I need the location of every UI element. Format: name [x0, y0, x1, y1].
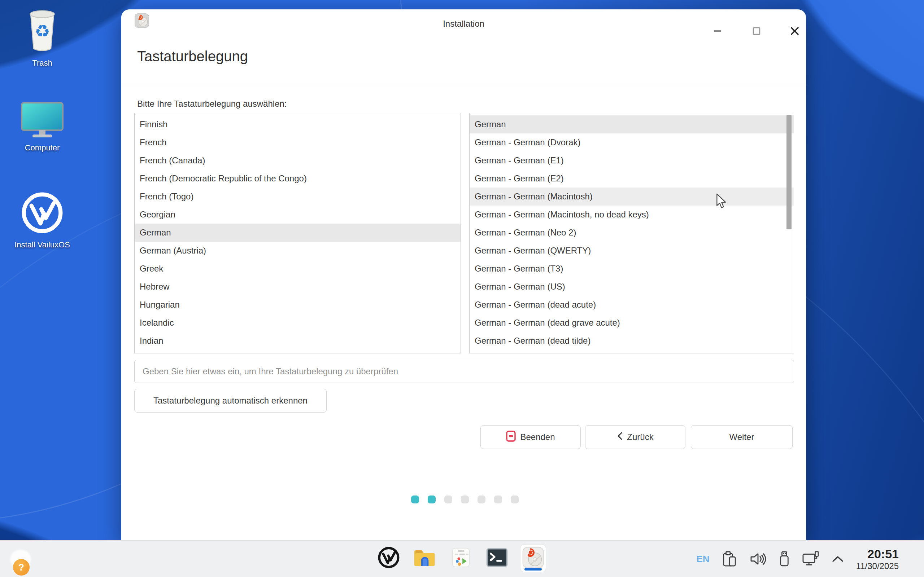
quit-button[interactable]: Beenden — [480, 425, 581, 449]
keyboard-layout-indicator[interactable]: EN — [696, 554, 709, 565]
back-button-label: Zurück — [627, 432, 653, 442]
language-list[interactable]: FinnishFrenchFrench (Canada)French (Demo… — [134, 113, 461, 353]
progress-dot — [411, 495, 419, 503]
installer-window: Installation Tastaturbelegung Bitte Ihre… — [121, 10, 806, 540]
desktop-icon-label: Install VailuxOS — [6, 240, 78, 250]
desktop-icon-label: Trash — [6, 58, 78, 68]
scrollbar-thumb[interactable] — [787, 115, 792, 229]
page-title: Tastaturbelegung — [137, 48, 248, 64]
quit-icon — [506, 430, 516, 444]
progress-dot — [494, 495, 502, 503]
desktop-icon-label: Computer — [6, 143, 78, 153]
desktop-icon-trash[interactable]: ♻ Trash — [6, 7, 78, 68]
next-button-label: Weiter — [729, 432, 754, 442]
taskbar: EN — [0, 540, 924, 577]
vailuxos-menu-icon — [377, 546, 400, 571]
next-button[interactable]: Weiter — [691, 425, 793, 449]
progress-dot — [461, 495, 469, 503]
variant-list-item[interactable]: German - German (E2) — [470, 169, 794, 187]
language-list-item[interactable]: Indian — [135, 332, 460, 350]
software-center-icon — [450, 547, 472, 570]
language-list-item[interactable]: French — [135, 134, 460, 152]
quit-button-label: Beenden — [520, 432, 555, 442]
variant-list-item[interactable]: German - German (Macintosh) — [470, 187, 794, 206]
window-titlebar[interactable]: Installation — [121, 10, 806, 43]
progress-dot — [478, 495, 485, 503]
progress-dot — [444, 495, 452, 503]
language-list-item[interactable]: French (Togo) — [135, 187, 460, 206]
language-list-item[interactable]: Icelandic — [135, 314, 460, 332]
taskbar-files-button[interactable] — [412, 544, 438, 572]
variant-list-item[interactable]: German - German (dead acute) — [470, 296, 794, 314]
variant-list-item[interactable]: German — [470, 115, 794, 134]
maximize-button[interactable] — [749, 23, 764, 39]
desktop: ♻ Trash Computer Install Vailux — [0, 0, 924, 577]
keyboard-test-input[interactable] — [134, 360, 794, 383]
window-title: Installation — [121, 19, 806, 29]
variant-list-item[interactable]: German - German (QWERTY) — [470, 242, 794, 259]
variant-list-item[interactable]: German - German (Dvorak) — [470, 134, 794, 152]
variant-list-item[interactable]: German - German (dead tilde) — [470, 332, 794, 350]
clock-date: 11/30/2025 — [856, 561, 899, 571]
progress-dots — [411, 495, 519, 503]
clock[interactable]: 20:51 11/30/2025 — [856, 547, 899, 571]
taskbar-terminal-button[interactable] — [484, 544, 510, 572]
installer-app-icon — [522, 546, 544, 570]
language-list-item[interactable]: Hebrew — [135, 278, 460, 296]
active-window-indicator — [525, 568, 542, 571]
language-list-item[interactable]: Georgian — [135, 206, 460, 224]
clock-time: 20:51 — [856, 547, 899, 561]
variant-list-item[interactable]: German - German (E1) — [470, 152, 794, 169]
chevron-up-icon[interactable] — [832, 555, 844, 562]
display-connect-icon[interactable] — [802, 551, 819, 567]
usb-device-icon[interactable] — [779, 551, 790, 567]
svg-text:♻: ♻ — [34, 21, 50, 41]
variant-list-item[interactable]: German - German (Macintosh, no dead keys… — [470, 206, 794, 224]
desktop-icon-computer[interactable]: Computer — [6, 102, 78, 153]
language-list-item[interactable]: German — [135, 224, 460, 242]
clipboard-icon[interactable] — [722, 551, 737, 567]
back-button[interactable]: Zurück — [585, 425, 685, 449]
language-list-item[interactable]: Greek — [135, 259, 460, 278]
variant-list-item[interactable]: German - German (T3) — [470, 259, 794, 278]
taskbar-installer-button[interactable] — [520, 544, 546, 572]
language-list-item[interactable]: French (Democratic Republic of the Congo… — [135, 169, 460, 187]
progress-dot — [428, 495, 436, 503]
vailuxos-logo-icon — [20, 230, 65, 236]
language-list-item[interactable]: Hungarian — [135, 296, 460, 314]
taskbar-menu-button[interactable] — [376, 544, 402, 572]
language-list-item[interactable]: Finnish — [135, 115, 460, 134]
chevron-left-icon — [617, 432, 623, 443]
autodetect-button[interactable]: Tastaturbelegung automatisch erkennen — [134, 389, 327, 413]
minimize-button[interactable] — [709, 23, 725, 39]
language-list-item[interactable]: French (Canada) — [135, 152, 460, 169]
language-list-item[interactable]: German (Austria) — [135, 242, 460, 259]
progress-dot — [511, 495, 519, 503]
trash-icon: ♻ — [23, 48, 61, 55]
file-manager-icon — [414, 548, 436, 569]
taskbar-software-button[interactable] — [448, 544, 474, 572]
help-icon[interactable]: ? — [13, 559, 30, 575]
header-separator — [121, 84, 806, 84]
variant-list-item[interactable]: German - German (US) — [470, 278, 794, 296]
terminal-icon — [486, 548, 508, 569]
desktop-icon-install-vailuxos[interactable]: Install VailuxOS — [6, 190, 78, 250]
computer-icon — [11, 133, 73, 139]
volume-icon[interactable] — [749, 552, 767, 566]
variant-list[interactable]: GermanGerman - German (Dvorak)German - G… — [469, 113, 794, 353]
keyboard-prompt-label: Bitte Ihre Tastaturbelegung auswählen: — [137, 99, 287, 109]
variant-list-item[interactable]: German - German (dead grave acute) — [470, 314, 794, 332]
help-applet[interactable]: ? — [10, 550, 32, 571]
close-button[interactable] — [787, 23, 803, 39]
autodetect-button-label: Tastaturbelegung automatisch erkennen — [153, 396, 307, 406]
variant-list-item[interactable]: German - German (Neo 2) — [470, 224, 794, 242]
